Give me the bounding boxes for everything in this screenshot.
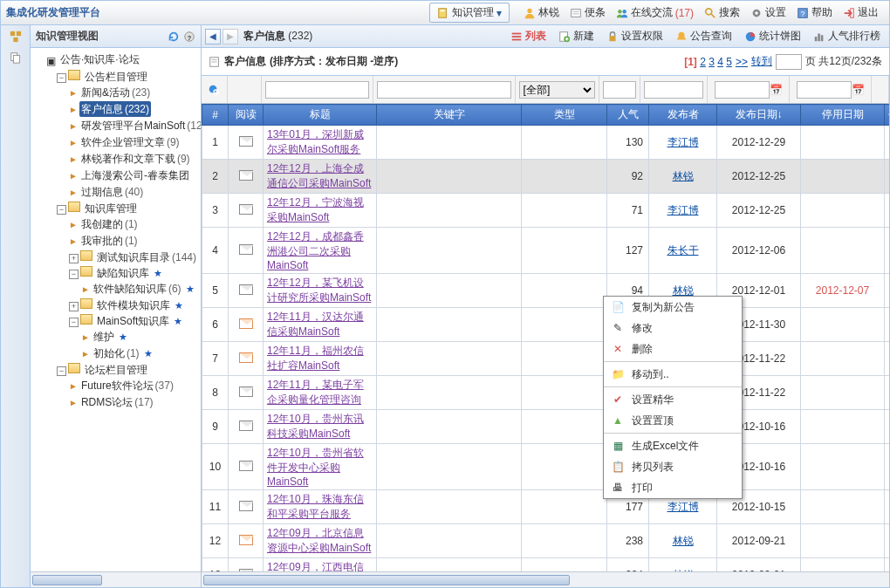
table-row[interactable]: 212年12月，上海全成通信公司采购MainSoft92林锐2012-12-25… (202, 160, 890, 194)
data-grid[interactable]: # 阅读 标题 关键字 类型 人气 发布者 发布日期↓ 停用日期 创 113年0… (202, 104, 889, 571)
table-row[interactable]: 912年10月，贵州东讯科技采购MainSoft219林锐2012-10-162 (202, 410, 890, 444)
col-pubdate[interactable]: 发布日期↓ (717, 105, 801, 126)
sidebar-scrollbar-x[interactable] (31, 571, 201, 587)
filter-pop-input[interactable] (603, 81, 636, 99)
tree-item[interactable]: 新闻&活动 (23) (79, 85, 152, 100)
cm-delete[interactable]: ✕删除 (604, 338, 742, 359)
tree-item[interactable]: 我审批的 (1) (79, 233, 140, 249)
title-link[interactable]: 12年12月，上海全成通信公司采购MainSoft (267, 162, 371, 189)
table-row[interactable]: 712年11月，福州农信社扩容MainSoft118林锐2012-11-222 (202, 342, 890, 376)
tree-item[interactable]: 维护 (92, 329, 116, 345)
publisher-link[interactable]: 林锐 (673, 535, 694, 547)
table-row[interactable]: 1312年09月，江西电信二234林锐2012-09-212 (202, 558, 890, 572)
title-link[interactable]: 12年11月，某电子军企采购量化管理咨询 (267, 379, 364, 406)
chart-button[interactable]: 统计饼图 (739, 27, 806, 45)
tree-item[interactable]: 客户信息 (232) (79, 101, 151, 117)
pager-page[interactable]: 4 (717, 56, 723, 68)
cell-read[interactable] (229, 410, 264, 444)
tree-toggle[interactable]: − (57, 205, 66, 215)
settings-button[interactable]: 设置 (745, 3, 791, 22)
filter-type-select[interactable]: [全部] (519, 81, 595, 99)
tree-item[interactable]: 过期信息 (40) (79, 184, 145, 200)
rank-button[interactable]: 人气排行榜 (808, 27, 886, 45)
tree-group[interactable]: 公告栏目管理 (83, 69, 149, 85)
tree-toggle[interactable]: − (57, 73, 66, 83)
pager-input[interactable] (776, 54, 802, 70)
rail-org-icon[interactable] (10, 31, 22, 43)
tab-list[interactable]: 列表 (505, 27, 551, 45)
tree[interactable]: ▣ 公告·知识库·论坛−公告栏目管理►新闻&活动 (23)►客户信息 (232)… (31, 48, 201, 571)
nav-fwd-button[interactable]: ▶ (222, 29, 238, 44)
filter-date-input[interactable] (715, 81, 770, 99)
col-title[interactable]: 标题 (264, 105, 377, 126)
tree-root[interactable]: ▣ 公告·知识库·论坛 (44, 51, 141, 67)
rail-copy-icon[interactable] (10, 51, 22, 64)
help-small-icon[interactable]: ? (183, 31, 195, 43)
tree-item[interactable]: 软件模块知识库 (95, 297, 172, 313)
tree-item[interactable]: 初始化 (1) (92, 345, 141, 361)
tree-item[interactable]: 我创建的 (1) (79, 216, 140, 232)
title-link[interactable]: 12年12月，成都鑫香洲港公司二次采购MainSoft (267, 230, 364, 271)
pager-goto[interactable]: 转到 (751, 54, 772, 69)
table-row[interactable]: 812年11月，某电子军企采购量化管理咨询134林锐2012-11-222 (202, 376, 890, 410)
tree-item[interactable]: Future软件论坛 (37) (79, 378, 175, 393)
cm-copy-new[interactable]: 📄复制为新公告 (604, 297, 742, 318)
table-row[interactable]: 512年12月，某飞机设计研究所采购MainSoft94林锐2012-12-01… (202, 274, 890, 308)
publisher-link[interactable]: 朱长干 (668, 244, 699, 256)
cell-read[interactable] (229, 444, 264, 490)
publisher-link[interactable]: 李江博 (668, 204, 699, 216)
publisher-link[interactable]: 林锐 (673, 284, 694, 297)
title-link[interactable]: 12年12月，某飞机设计研究所采购MainSoft (267, 277, 371, 304)
exit-button[interactable]: 退出 (838, 3, 884, 22)
cm-essence[interactable]: ✔设置精华 (604, 389, 742, 410)
cell-read[interactable] (229, 160, 264, 194)
pager-page[interactable]: 3 (709, 56, 715, 68)
table-row[interactable]: 612年11月，汉达尔通信采购MainSoft106林锐2012-11-302 (202, 308, 890, 342)
tree-group[interactable]: 知识库管理 (83, 201, 139, 216)
content-scrollbar-x[interactable] (202, 571, 889, 587)
col-read[interactable]: 阅读 (229, 105, 264, 126)
calendar-icon-2[interactable]: 📅 (852, 84, 864, 96)
tree-item[interactable]: 测试知识库目录 (144) (95, 250, 198, 265)
tree-item[interactable]: 缺陷知识库 (95, 265, 151, 281)
help-button[interactable]: ? 帮助 (791, 3, 838, 22)
title-link[interactable]: 12年12月，宁波海视采购MainSoft (267, 196, 364, 223)
title-link[interactable]: 12年11月，汉达尔通信采购MainSoft (267, 311, 364, 338)
cell-read[interactable] (229, 342, 264, 376)
tree-group[interactable]: 论坛栏目管理 (83, 362, 149, 378)
search-button[interactable]: 搜索 (699, 3, 745, 22)
cell-read[interactable] (229, 308, 264, 342)
table-row[interactable]: 412年12月，成都鑫香洲港公司二次采购MainSoft127朱长干2012-1… (202, 228, 890, 274)
cell-read[interactable] (229, 524, 264, 558)
notice-button[interactable]: 公告查询 (670, 27, 737, 45)
tree-toggle[interactable]: + (69, 254, 79, 263)
cm-copy-list[interactable]: 📋拷贝列表 (604, 456, 742, 477)
title-link[interactable]: 12年10月，珠海东信和平采购平台服务 (267, 493, 364, 520)
table-row[interactable]: 1112年10月，珠海东信和平采购平台服务177李江博2012-10-152 (202, 490, 890, 524)
tree-item[interactable]: 软件缺陷知识库 (6) (92, 281, 183, 297)
filter-keyword-input[interactable] (377, 81, 511, 99)
title-link[interactable]: 12年10月，贵州东讯科技采购MainSoft (267, 413, 364, 440)
tree-toggle[interactable]: + (69, 302, 79, 311)
cm-pin[interactable]: ▲设置置顶 (604, 410, 742, 431)
cell-read[interactable] (229, 274, 264, 308)
col-create[interactable]: 创 (885, 105, 890, 126)
cm-excel[interactable]: ▦生成Excel文件 (604, 435, 742, 456)
tree-item[interactable]: 上海漫索公司-睿泰集团 (79, 168, 191, 183)
new-button[interactable]: 新建 (553, 27, 599, 45)
filter-title-input[interactable] (265, 81, 369, 99)
cell-read[interactable] (229, 376, 264, 410)
pager-page[interactable]: 2 (700, 56, 706, 68)
title-link[interactable]: 12年09月，北京信息资源中心采购MainSoft (267, 527, 371, 554)
title-link[interactable]: 12年10月，贵州省软件开发中心采购MainSoft (267, 447, 364, 488)
pager-page[interactable]: 5 (726, 56, 732, 68)
col-type[interactable]: 类型 (522, 105, 607, 126)
tree-toggle[interactable]: − (69, 318, 79, 327)
tree-toggle[interactable]: − (69, 270, 79, 279)
filter-pub-input[interactable] (644, 81, 703, 99)
title-link[interactable]: 13年01月，深圳新威尔采购MainSoft服务 (267, 128, 364, 155)
cell-read[interactable] (229, 490, 264, 524)
tree-item[interactable]: 研发管理平台MainSoft (12 (79, 118, 201, 133)
table-row[interactable]: 113年01月，深圳新威尔采购MainSoft服务130李江博2012-12-2… (202, 126, 890, 160)
tree-item[interactable]: MainSoft知识库 (95, 313, 171, 329)
